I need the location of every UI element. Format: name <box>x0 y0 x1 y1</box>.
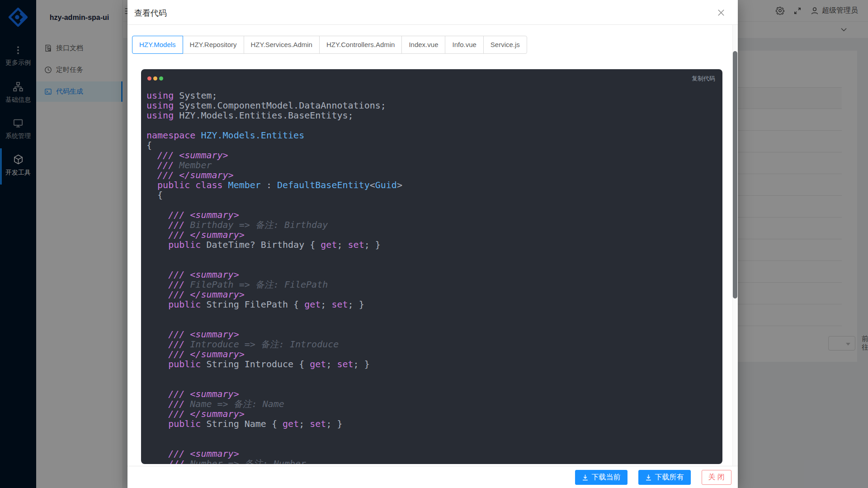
code-line <box>146 369 715 379</box>
window-dot-red <box>147 76 151 81</box>
tab-hzy-models[interactable]: HZY.Models <box>132 36 183 54</box>
download-current-label: 下载当前 <box>592 473 621 482</box>
tab-hzy-controllers-admin[interactable]: HZY.Controllers.Admin <box>319 36 402 54</box>
code-line: public class Member : DefaultBaseEntity<… <box>146 180 715 190</box>
code-line: /// <summary> <box>146 270 715 280</box>
code-line: /// Member <box>146 160 715 170</box>
code-line: /// <summary> <box>146 449 715 459</box>
download-icon <box>582 474 589 481</box>
modal-header: 查看代码 <box>127 0 738 25</box>
tab-hzy-repository[interactable]: HZY.Repository <box>183 36 244 54</box>
modal-scrollbar-track[interactable] <box>732 25 738 466</box>
code-line <box>146 120 715 130</box>
code-line <box>146 200 715 210</box>
modal-footer: 下载当前 下载所有 关 闭 <box>127 466 738 488</box>
code-line: /// Birthday => 备注: Birthday <box>146 220 715 230</box>
code-line: /// Number => 备注: Number <box>146 459 715 464</box>
code-line: /// </summary> <box>146 230 715 240</box>
code-line: /// <summary> <box>146 389 715 399</box>
code-line: using HZY.Models.Entities.BaseEntitys; <box>146 110 715 120</box>
code-line: /// </summary> <box>146 349 715 359</box>
close-modal-button[interactable]: 关 闭 <box>702 470 731 485</box>
code-line <box>146 429 715 439</box>
code-line: using System.ComponentModel.DataAnnotati… <box>146 100 715 110</box>
code-line: /// <summary> <box>146 329 715 339</box>
code-line: using System; <box>146 90 715 100</box>
tab-info-vue[interactable]: Info.vue <box>445 36 483 54</box>
code-line: public String Name { get; set; } <box>146 419 715 429</box>
code-line <box>146 319 715 329</box>
download-current-button[interactable]: 下载当前 <box>575 470 627 485</box>
modal-close-button[interactable] <box>717 8 726 17</box>
tab-service-js[interactable]: Service.js <box>483 36 527 54</box>
window-dot-yellow <box>153 76 157 81</box>
code-line <box>146 309 715 319</box>
code-line: { <box>146 140 715 150</box>
code-line: /// Introduce => 备注: Introduce <box>146 339 715 349</box>
copy-code-button[interactable]: 复制代码 <box>692 75 715 83</box>
code-line: public String FilePath { get; set; } <box>146 299 715 309</box>
download-all-button[interactable]: 下载所有 <box>638 470 691 485</box>
code-window: 复制代码 using System;using System.Component… <box>141 69 722 464</box>
code-line <box>146 439 715 449</box>
view-code-modal: 查看代码 HZY.Models HZY.Repository HZY.Servi… <box>127 0 738 488</box>
code-line: /// FilePath => 备注: FilePath <box>146 280 715 289</box>
code-line: public DateTime? Birthday { get; set; } <box>146 240 715 250</box>
code-window-titlebar: 复制代码 <box>141 69 722 85</box>
code-line <box>146 250 715 260</box>
app-root: 更多示例 基础信息 <box>0 0 868 488</box>
file-tabs: HZY.Models HZY.Repository HZY.Services.A… <box>132 36 527 54</box>
close-icon <box>717 9 726 17</box>
code-line <box>146 260 715 270</box>
download-all-label: 下载所有 <box>655 473 684 482</box>
code-line: /// <summary> <box>146 210 715 220</box>
code-line: /// <summary> <box>146 150 715 160</box>
code-line <box>146 379 715 389</box>
code-content: using System;using System.ComponentModel… <box>141 85 722 464</box>
code-line: public String Introduce { get; set; } <box>146 359 715 369</box>
window-dot-green <box>159 76 163 81</box>
code-line: { <box>146 190 715 200</box>
modal-title: 查看代码 <box>134 8 167 19</box>
code-line: /// </summary> <box>146 170 715 180</box>
modal-scrollbar-thumb[interactable] <box>733 51 737 298</box>
tab-hzy-services-admin[interactable]: HZY.Services.Admin <box>244 36 320 54</box>
code-line: /// </summary> <box>146 289 715 299</box>
code-line: /// </summary> <box>146 409 715 419</box>
code-line: namespace HZY.Models.Entities <box>146 130 715 140</box>
download-icon <box>645 474 652 481</box>
tab-index-vue[interactable]: Index.vue <box>401 36 445 54</box>
code-line: /// Name => 备注: Name <box>146 399 715 409</box>
